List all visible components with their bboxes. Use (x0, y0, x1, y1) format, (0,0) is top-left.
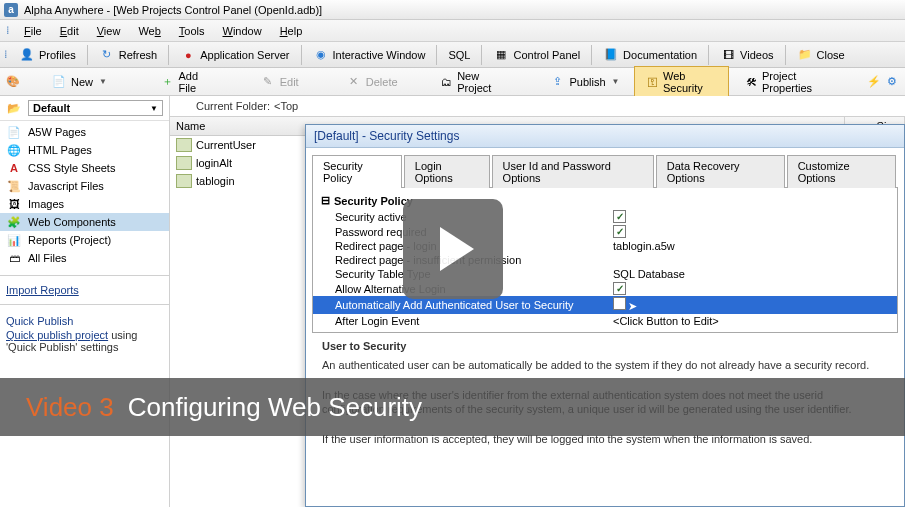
folder-close-icon: 📁 (797, 47, 813, 63)
prop-password-required[interactable]: Password required✓ (313, 224, 897, 239)
chevron-down-icon: ▼ (99, 77, 107, 86)
prop-security-active[interactable]: Security active✓ (313, 209, 897, 224)
pencil-icon: ✎ (260, 74, 276, 90)
tab-customize[interactable]: Customize Options (787, 155, 896, 188)
quick-publish-link[interactable]: Quick publish project (6, 329, 108, 341)
checkbox-icon[interactable] (613, 297, 626, 310)
new-project-button[interactable]: 🗂New Project (429, 66, 519, 98)
category-a5w-pages[interactable]: 📄A5W Pages (0, 123, 169, 141)
gear-icon[interactable]: ⚙ (885, 74, 899, 90)
current-folder-label: Current Folder: (196, 100, 270, 112)
key-icon: ⚿ (645, 74, 659, 90)
checkbox-icon[interactable]: ✓ (613, 210, 626, 223)
app-server-button[interactable]: ●Application Server (171, 44, 298, 66)
delete-button[interactable]: ✕Delete (335, 70, 409, 94)
menu-tools[interactable]: Tools (171, 23, 213, 39)
import-reports-link[interactable]: Import Reports (0, 282, 169, 298)
collapse-icon[interactable]: ⊟ (321, 194, 330, 207)
security-window-title: [Default] - Security Settings (306, 125, 904, 148)
project-icon: 🗂 (440, 74, 454, 90)
checkbox-icon[interactable]: ✓ (613, 282, 626, 295)
menubar: ⁞ File Edit View Web Tools Window Help (0, 20, 905, 42)
profiles-button[interactable]: 👤Profiles (10, 44, 85, 66)
video-caption: Video 3 Configuring Web Security (0, 378, 905, 436)
control-panel-button[interactable]: ▦Control Panel (484, 44, 589, 66)
tab-login-options[interactable]: Login Options (404, 155, 490, 188)
documentation-button[interactable]: 📘Documentation (594, 44, 706, 66)
close-button[interactable]: 📁Close (788, 44, 854, 66)
toolbar-handle-icon[interactable]: ⁞ (2, 48, 10, 61)
script-icon: 📜 (6, 179, 22, 193)
secondary-toolbar: 🎨 📄New▼ ＋Add File ✎Edit ✕Delete 🗂New Pro… (0, 68, 905, 96)
menu-web[interactable]: Web (130, 23, 168, 39)
prop-redirect-insufficient[interactable]: Redirect page - insufficient permission (313, 253, 897, 267)
component-file-icon (176, 156, 192, 170)
properties-icon: 🛠 (744, 74, 758, 90)
folder-combo[interactable]: Default ▼ (28, 100, 163, 116)
desc-heading: User to Security (322, 339, 888, 358)
prop-security-table-type[interactable]: Security Table TypeSQL Database (313, 267, 897, 281)
css-icon: A (6, 161, 22, 175)
category-images[interactable]: 🖼Images (0, 195, 169, 213)
menu-help[interactable]: Help (272, 23, 311, 39)
report-icon: 📊 (6, 233, 22, 247)
tab-security-policy[interactable]: Security Policy (312, 155, 402, 188)
folder-open-icon: 📂 (6, 100, 22, 116)
play-button[interactable] (403, 199, 503, 299)
category-css[interactable]: ACSS Style Sheets (0, 159, 169, 177)
plus-icon: ＋ (161, 74, 175, 90)
panel-icon: ▦ (493, 47, 509, 63)
prop-redirect-login[interactable]: Redirect page - logintablogin.a5w (313, 239, 897, 253)
videos-button[interactable]: 🎞Videos (711, 44, 782, 66)
category-js[interactable]: 📜Javascript Files (0, 177, 169, 195)
menu-window[interactable]: Window (215, 23, 270, 39)
globe-icon: ◉ (313, 47, 329, 63)
sql-button[interactable]: SQL (439, 46, 479, 64)
new-button[interactable]: 📄New▼ (40, 70, 118, 94)
component-file-icon (176, 138, 192, 152)
quick-publish-heading: Quick Publish (0, 311, 169, 329)
caption-text: Configuring Web Security (128, 392, 422, 423)
security-settings-window: [Default] - Security Settings Security P… (305, 124, 905, 507)
web-security-button[interactable]: ⚿Web Security (634, 66, 729, 98)
page-icon: 📄 (6, 125, 22, 139)
category-html-pages[interactable]: 🌐HTML Pages (0, 141, 169, 159)
tab-data-recovery[interactable]: Data Recovery Options (656, 155, 785, 188)
publish-button[interactable]: ⇪Publish▼ (538, 70, 630, 94)
html-icon: 🌐 (6, 143, 22, 157)
left-sidebar: 📂 Default ▼ 📄A5W Pages 🌐HTML Pages ACSS … (0, 96, 170, 507)
category-reports[interactable]: 📊Reports (Project) (0, 231, 169, 249)
menu-edit[interactable]: Edit (52, 23, 87, 39)
project-properties-button[interactable]: 🛠Project Properties (733, 66, 847, 98)
desc-p1: An authenticated user can be automatical… (322, 358, 888, 373)
category-all-files[interactable]: 🗃All Files (0, 249, 169, 267)
component-icon: 🧩 (6, 215, 22, 229)
category-list: 📄A5W Pages 🌐HTML Pages ACSS Style Sheets… (0, 121, 169, 269)
current-folder-value: <Top (274, 100, 298, 112)
new-icon: 📄 (51, 74, 67, 90)
category-web-components[interactable]: 🧩Web Components (0, 213, 169, 231)
prop-allow-alt-login[interactable]: Allow Alternative Login✓ (313, 281, 897, 296)
refresh-button[interactable]: ↻Refresh (90, 44, 167, 66)
folder-combo-value: Default (33, 102, 70, 114)
palette-icon[interactable]: 🎨 (6, 74, 20, 90)
profiles-icon: 👤 (19, 47, 35, 63)
primary-toolbar: ⁞ 👤Profiles ↻Refresh ●Application Server… (0, 42, 905, 68)
app-icon: a (4, 3, 18, 17)
interactive-window-button[interactable]: ◉Interactive Window (304, 44, 435, 66)
add-file-button[interactable]: ＋Add File (150, 66, 224, 98)
lightning-icon[interactable]: ⚡ (867, 74, 881, 90)
menubar-handle-icon[interactable]: ⁞ (6, 24, 10, 37)
refresh-icon: ↻ (99, 47, 115, 63)
caption-prefix: Video 3 (26, 392, 114, 423)
menu-file[interactable]: File (16, 23, 50, 39)
tab-userid-password[interactable]: User Id and Password Options (492, 155, 654, 188)
record-icon: ● (180, 47, 196, 63)
prop-auto-add-user[interactable]: Automatically Add Authenticated User to … (313, 296, 897, 314)
edit-button[interactable]: ✎Edit (249, 70, 310, 94)
chevron-down-icon: ▼ (150, 104, 158, 113)
menu-view[interactable]: View (89, 23, 129, 39)
checkbox-icon[interactable]: ✓ (613, 225, 626, 238)
prop-after-login-event[interactable]: After Login Event<Click Button to Edit> (313, 314, 897, 328)
component-file-icon (176, 174, 192, 188)
